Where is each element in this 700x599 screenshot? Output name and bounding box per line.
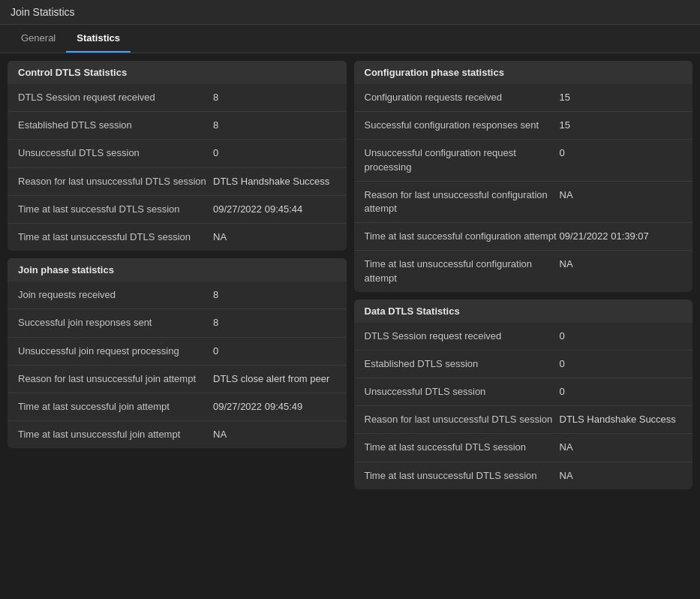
- stat-value: 8: [213, 288, 336, 302]
- stat-row: Unsuccessful DTLS session0: [8, 140, 347, 167]
- stat-label: Unsuccessful configuration request proce…: [365, 146, 560, 173]
- stat-value: DTLS close alert from peer: [213, 372, 336, 386]
- stat-label: Unsuccessful join request processing: [18, 345, 213, 358]
- stat-label: Reason for last unsuccessful configurati…: [365, 188, 560, 215]
- stat-row: Time at last successful join attempt09/2…: [8, 393, 347, 421]
- stat-row: Time at last unsuccessful DTLS sessionNA: [354, 462, 693, 489]
- stat-row: DTLS Session request received8: [8, 84, 347, 112]
- stat-value: 09/27/2022 09:45:49: [213, 400, 336, 414]
- stat-row: Established DTLS session8: [8, 112, 347, 140]
- stat-value: 15: [560, 119, 683, 132]
- left-column: Control DTLS StatisticsDTLS Session requ…: [8, 61, 347, 489]
- stat-value: 0: [560, 385, 683, 399]
- stat-label: DTLS Session request received: [18, 91, 213, 104]
- tab-bar: General Statistics: [0, 25, 700, 53]
- stat-label: Time at last successful DTLS session: [365, 441, 560, 454]
- right-column: Configuration phase statisticsConfigurat…: [354, 61, 693, 489]
- stat-value: 09/21/2022 01:39:07: [560, 230, 683, 243]
- stat-row: Join requests received8: [8, 281, 347, 309]
- stat-value: NA: [560, 188, 683, 202]
- stat-row: Time at last successful DTLS session09/2…: [8, 196, 347, 224]
- stat-row: Time at last unsuccessful join attemptNA: [8, 421, 347, 448]
- stat-row: DTLS Session request received0: [354, 323, 693, 351]
- stat-row: Successful join responses sent8: [8, 309, 347, 337]
- main-content: Control DTLS StatisticsDTLS Session requ…: [0, 53, 700, 497]
- stat-value: 0: [560, 357, 683, 371]
- stat-value: 0: [560, 146, 683, 160]
- stat-value: 8: [213, 91, 336, 104]
- section-data-dtls: Data DTLS StatisticsDTLS Session request…: [354, 300, 693, 489]
- stat-value: NA: [213, 428, 336, 441]
- stat-row: Time at last unsuccessful DTLS sessionNA: [8, 224, 347, 251]
- stat-label: Reason for last unsuccessful DTLS sessio…: [18, 175, 213, 188]
- stat-label: Time at last successful join attempt: [18, 400, 213, 414]
- stat-label: Successful configuration responses sent: [365, 119, 560, 132]
- stat-label: Time at last unsuccessful DTLS session: [18, 230, 213, 244]
- stat-value: 09/27/2022 09:45:44: [213, 203, 336, 216]
- stat-label: Join requests received: [18, 288, 213, 302]
- stat-value: 8: [213, 119, 336, 132]
- stat-value: 8: [213, 316, 336, 330]
- section-header-control-dtls: Control DTLS Statistics: [8, 61, 347, 84]
- stat-value: 15: [560, 91, 683, 104]
- stat-value: NA: [560, 257, 683, 271]
- title-bar: Join Statistics: [0, 0, 700, 25]
- stat-value: DTLS Handshake Success: [213, 175, 336, 188]
- tab-general[interactable]: General: [11, 25, 66, 53]
- section-control-dtls: Control DTLS StatisticsDTLS Session requ…: [8, 61, 347, 251]
- stat-row: Unsuccessful configuration request proce…: [354, 140, 693, 181]
- stat-row: Unsuccessful join request processing0: [8, 338, 347, 366]
- stat-row: Reason for last unsuccessful configurati…: [354, 182, 693, 223]
- stat-row: Reason for last unsuccessful join attemp…: [8, 366, 347, 393]
- stat-label: Successful join responses sent: [18, 316, 213, 330]
- stat-label: Reason for last unsuccessful DTLS sessio…: [365, 413, 560, 426]
- stat-label: Established DTLS session: [18, 119, 213, 132]
- stat-row: Configuration requests received15: [354, 84, 693, 112]
- stat-row: Successful configuration responses sent1…: [354, 112, 693, 140]
- stat-row: Reason for last unsuccessful DTLS sessio…: [8, 168, 347, 196]
- stat-row: Time at last successful DTLS sessionNA: [354, 434, 693, 462]
- section-header-data-dtls: Data DTLS Statistics: [354, 300, 693, 323]
- stat-row: Unsuccessful DTLS session0: [354, 378, 693, 406]
- stat-value: NA: [560, 469, 683, 483]
- stat-value: NA: [560, 441, 683, 454]
- stat-row: Time at last successful configuration at…: [354, 223, 693, 251]
- stat-label: DTLS Session request received: [365, 330, 560, 343]
- stat-label: Established DTLS session: [365, 357, 560, 371]
- stat-row: Reason for last unsuccessful DTLS sessio…: [354, 406, 693, 434]
- tab-statistics[interactable]: Statistics: [66, 25, 131, 53]
- app-title: Join Statistics: [11, 6, 75, 18]
- stat-label: Time at last unsuccessful configuration …: [365, 257, 560, 284]
- stat-value: NA: [213, 230, 336, 244]
- stat-label: Unsuccessful DTLS session: [18, 146, 213, 160]
- stat-row: Time at last unsuccessful configuration …: [354, 251, 693, 291]
- section-header-join-phase: Join phase statistics: [8, 258, 347, 281]
- stat-label: Unsuccessful DTLS session: [365, 385, 560, 399]
- stat-label: Reason for last unsuccessful join attemp…: [18, 372, 213, 386]
- stat-label: Time at last successful DTLS session: [18, 203, 213, 216]
- stat-label: Time at last unsuccessful join attempt: [18, 428, 213, 441]
- stat-row: Established DTLS session0: [354, 351, 693, 378]
- stat-value: 0: [213, 345, 336, 358]
- section-join-phase: Join phase statisticsJoin requests recei…: [8, 258, 347, 448]
- section-config-phase: Configuration phase statisticsConfigurat…: [354, 61, 693, 292]
- stat-label: Configuration requests received: [365, 91, 560, 104]
- stat-value: 0: [560, 330, 683, 343]
- stat-label: Time at last unsuccessful DTLS session: [365, 469, 560, 483]
- stat-value: DTLS Handshake Success: [560, 413, 683, 426]
- section-header-config-phase: Configuration phase statistics: [354, 61, 693, 84]
- stat-label: Time at last successful configuration at…: [365, 230, 560, 243]
- stat-value: 0: [213, 146, 336, 160]
